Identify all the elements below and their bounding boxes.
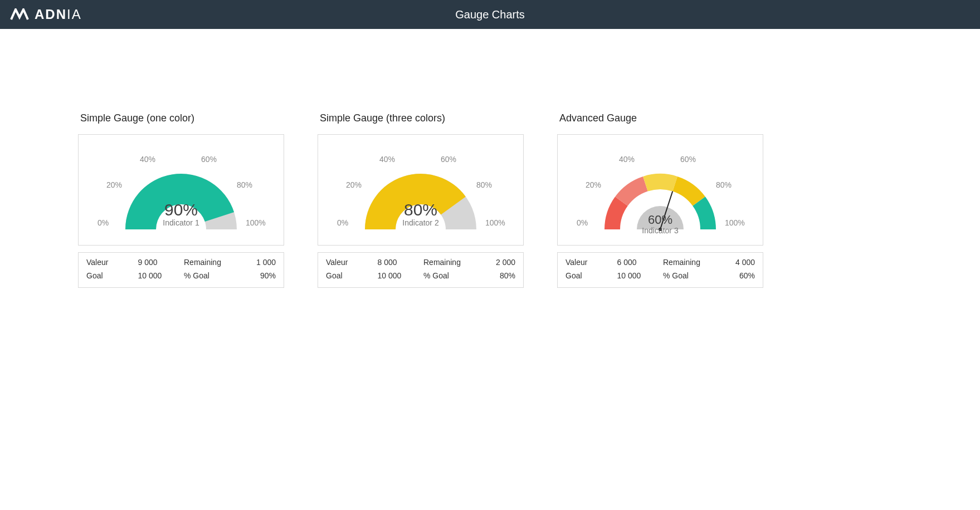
value-remaining: 1 000 xyxy=(230,256,276,269)
label-valeur: Valeur xyxy=(326,256,372,269)
gauge-indicator: Indicator 2 xyxy=(402,218,438,227)
gauge-percent: 60% xyxy=(642,213,678,227)
label-remaining: Remaining xyxy=(423,256,470,269)
gauge-indicator: Indicator 3 xyxy=(642,226,678,235)
tick-80: 80% xyxy=(237,180,252,189)
label-remaining: Remaining xyxy=(663,256,709,269)
tick-40: 40% xyxy=(619,155,635,164)
gauge-title: Advanced Gauge xyxy=(559,112,763,124)
gauge-title: Simple Gauge (three colors) xyxy=(320,112,524,124)
tick-100: 100% xyxy=(725,218,745,227)
gauge-indicator: Indicator 1 xyxy=(163,218,199,227)
value-pct-goal: 90% xyxy=(230,269,276,283)
tick-20: 20% xyxy=(346,180,362,189)
brand-text: ADNIA xyxy=(35,7,82,22)
table-row: Goal 10 000 % Goal 60% xyxy=(565,269,755,283)
value-goal: 10 000 xyxy=(133,269,184,283)
brand-mark-icon xyxy=(10,8,29,21)
table-row: Valeur 8 000 Remaining 2 000 xyxy=(326,256,515,269)
tick-0: 0% xyxy=(337,218,348,227)
label-goal: Goal xyxy=(326,269,372,283)
value-pct-goal: 60% xyxy=(709,269,755,283)
gauge-data-table-3: Valeur 6 000 Remaining 4 000 Goal 10 000… xyxy=(557,252,763,288)
gauge-percent: 80% xyxy=(402,200,438,219)
value-goal: 10 000 xyxy=(612,269,664,283)
gauge-chart-1: 0% 20% 40% 60% 80% 100% 90% Indicator 1 xyxy=(78,134,284,246)
value-remaining: 2 000 xyxy=(470,256,516,269)
tick-100: 100% xyxy=(485,218,505,227)
gauge-data-table-2: Valeur 8 000 Remaining 2 000 Goal 10 000… xyxy=(318,252,524,288)
gauge-title: Simple Gauge (one color) xyxy=(80,112,284,124)
tick-60: 60% xyxy=(680,155,696,164)
tick-0: 0% xyxy=(97,218,109,227)
value-remaining: 4 000 xyxy=(709,256,755,269)
label-goal: Goal xyxy=(86,269,133,283)
gauge-panel-3: Advanced Gauge xyxy=(557,112,763,288)
page-title: Gauge Charts xyxy=(455,8,525,21)
tick-60: 60% xyxy=(201,155,217,164)
label-valeur: Valeur xyxy=(565,256,612,269)
tick-20: 20% xyxy=(586,180,601,189)
gauge-panel-1: Simple Gauge (one color) 0% 20% 40% 60% … xyxy=(78,112,284,288)
label-goal: Goal xyxy=(565,269,612,283)
tick-100: 100% xyxy=(246,218,266,227)
tick-40: 40% xyxy=(379,155,395,164)
gauge-data-table-1: Valeur 9 000 Remaining 1 000 Goal 10 000… xyxy=(78,252,284,288)
tick-80: 80% xyxy=(476,180,492,189)
label-remaining: Remaining xyxy=(184,256,230,269)
label-pct-goal: % Goal xyxy=(184,269,230,283)
tick-40: 40% xyxy=(140,155,155,164)
label-pct-goal: % Goal xyxy=(663,269,709,283)
brand-logo: ADNIA xyxy=(10,7,82,22)
gauge-panel-2: Simple Gauge (three colors) 0% 20% 40% 6… xyxy=(318,112,524,288)
gauge-chart-3: 0% 20% 40% 60% 80% 100% 60% Indicator 3 xyxy=(557,134,763,246)
value-goal: 10 000 xyxy=(372,269,424,283)
table-row: Valeur 6 000 Remaining 4 000 xyxy=(565,256,755,269)
app-header: ADNIA Gauge Charts xyxy=(0,0,980,29)
table-row: Goal 10 000 % Goal 90% xyxy=(86,269,276,283)
table-row: Goal 10 000 % Goal 80% xyxy=(326,269,515,283)
value-valeur: 8 000 xyxy=(372,256,424,269)
gauge-percent: 90% xyxy=(163,200,199,219)
value-valeur: 6 000 xyxy=(612,256,664,269)
table-row: Valeur 9 000 Remaining 1 000 xyxy=(86,256,276,269)
label-valeur: Valeur xyxy=(86,256,133,269)
tick-80: 80% xyxy=(716,180,732,189)
content-area: Simple Gauge (one color) 0% 20% 40% 60% … xyxy=(0,29,980,310)
tick-60: 60% xyxy=(441,155,456,164)
tick-0: 0% xyxy=(577,218,588,227)
value-pct-goal: 80% xyxy=(470,269,516,283)
value-valeur: 9 000 xyxy=(133,256,184,269)
gauge-chart-2: 0% 20% 40% 60% 80% 100% 80% Indicator 2 xyxy=(318,134,524,246)
tick-20: 20% xyxy=(106,180,122,189)
label-pct-goal: % Goal xyxy=(423,269,470,283)
